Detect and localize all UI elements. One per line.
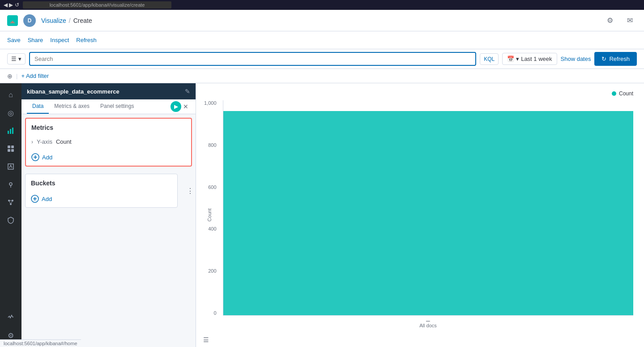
x-axis-icon: ⚊ <box>426 317 431 323</box>
icon-sidebar: ⌂ ◎ ⚙ <box>0 83 21 347</box>
legend-dot <box>612 91 616 96</box>
y-tick-200: 200 <box>208 268 216 274</box>
date-range-label: Last 1 week <box>521 56 552 62</box>
metrics-add-row: Add <box>26 149 191 166</box>
sidebar-item-monitoring[interactable] <box>3 309 19 326</box>
data-source-header: kibana_sample_data_ecommerce ✎ <box>21 83 196 99</box>
refresh-toolbar-button[interactable]: Refresh <box>76 35 97 45</box>
user-avatar[interactable]: D <box>23 14 36 27</box>
settings-button[interactable]: ⚙ <box>603 13 617 28</box>
refresh-button[interactable]: ↻ Refresh <box>594 52 637 66</box>
metric-yaxis-label: Count <box>56 138 72 145</box>
svg-rect-5 <box>8 149 10 152</box>
sidebar-item-maps[interactable] <box>3 176 19 193</box>
filter-icon: ⊕ <box>7 73 13 80</box>
close-panel-button[interactable]: ✕ <box>181 103 190 110</box>
svg-rect-2 <box>12 128 13 134</box>
buckets-section: Buckets Add <box>25 174 178 208</box>
x-axis-label: All docs <box>419 323 437 328</box>
chevron-down-icon: ▾ <box>516 56 519 62</box>
data-source-edit-icon[interactable]: ✎ <box>185 88 190 95</box>
inspect-button[interactable]: Inspect <box>50 35 69 45</box>
status-bar: localhost:5601/app/kibana#/home <box>0 339 81 347</box>
chart-legend: Count <box>223 90 633 97</box>
metrics-add-label[interactable]: Add <box>42 154 52 161</box>
kql-button[interactable]: KQL <box>480 53 499 65</box>
breadcrumb-separator: / <box>69 17 71 24</box>
chart-container: Count 1,000 800 600 400 200 0 ⚊ All docs <box>223 100 633 329</box>
search-input[interactable] <box>29 52 476 66</box>
svg-rect-4 <box>11 146 14 148</box>
editor-toolbar: Save Share Inspect Refresh <box>0 31 644 49</box>
calendar-icon: 📅 <box>507 56 514 62</box>
filter-row: ☰ ▾ KQL 📅 ▾ Last 1 week Show dates ↻ Ref… <box>0 49 644 69</box>
add-filter-button[interactable]: + Add filter <box>21 73 49 79</box>
chart-bar <box>223 111 633 315</box>
sidebar-item-dashboard[interactable] <box>3 141 19 157</box>
index-selector[interactable]: ☰ ▾ <box>7 53 26 64</box>
chart-area: Count Count 1,000 800 600 400 200 0 ⚊ <box>196 83 644 347</box>
breadcrumb: Visualize / Create <box>41 17 92 24</box>
y-tick-600: 600 <box>208 184 216 190</box>
metric-yaxis-type: Y-axis <box>37 138 52 145</box>
sidebar-item-ml[interactable] <box>3 194 19 210</box>
y-tick-400: 400 <box>208 226 216 231</box>
chart-bottom-toolbar: ☰ <box>203 336 209 343</box>
show-dates-button[interactable]: Show dates <box>561 56 591 62</box>
save-button[interactable]: Save <box>7 35 21 45</box>
chart-plot <box>223 100 633 316</box>
y-tick-800: 800 <box>208 142 216 148</box>
refresh-icon: ↻ <box>601 56 606 62</box>
browser-nav: ◀ ▶ ↺ localhost:5601/app/kibana#/visuali… <box>4 1 171 9</box>
browser-topbar: ◀ ▶ ↺ localhost:5601/app/kibana#/visuali… <box>0 0 644 10</box>
data-source-name: kibana_sample_data_ecommerce <box>27 88 119 95</box>
share-button[interactable]: Share <box>28 35 43 45</box>
metrics-add-button[interactable] <box>31 153 39 161</box>
app-header: D Visualize / Create ⚙ ✉ <box>0 10 644 31</box>
svg-rect-0 <box>8 131 9 134</box>
y-tick-0: 0 <box>213 310 216 316</box>
metric-item-yaxis[interactable]: › Y-axis Count <box>26 135 191 149</box>
date-picker[interactable]: 📅 ▾ Last 1 week <box>502 53 557 65</box>
tab-data[interactable]: Data <box>27 99 49 114</box>
refresh-label: Refresh <box>609 56 630 62</box>
sidebar-item-visualize[interactable] <box>3 123 19 139</box>
kibana-logo <box>7 15 18 26</box>
legend-label: Count <box>619 90 633 97</box>
buckets-title: Buckets <box>26 174 177 190</box>
run-button[interactable]: ▶ <box>171 101 181 112</box>
metric-chevron-icon: › <box>31 139 33 145</box>
buckets-add-button[interactable] <box>31 195 39 203</box>
add-filter-row: ⊕ | + Add filter <box>0 69 644 83</box>
tab-metrics-axes[interactable]: Metrics & axes <box>49 99 95 114</box>
sidebar-item-canvas[interactable] <box>3 159 19 175</box>
panel-area: kibana_sample_data_ecommerce ✎ Data Metr… <box>21 83 196 347</box>
status-url: localhost:5601/app/kibana#/home <box>4 341 77 346</box>
chart-list-button[interactable]: ☰ <box>203 336 209 343</box>
svg-rect-3 <box>8 146 10 148</box>
sidebar-item-siem[interactable] <box>3 212 19 228</box>
svg-rect-6 <box>11 149 14 152</box>
sidebar-item-home[interactable]: ⌂ <box>3 87 19 103</box>
svg-line-12 <box>9 201 11 204</box>
main-layout: ⌂ ◎ ⚙ kibana_sample_data_ecommerce <box>0 83 644 347</box>
index-chevron: ▾ <box>18 56 21 62</box>
svg-point-7 <box>9 183 12 185</box>
x-axis: ⚊ All docs <box>223 317 633 328</box>
buckets-add-row: Add <box>26 190 177 207</box>
more-options-button[interactable]: ⋮ <box>185 185 196 197</box>
metrics-title: Metrics <box>26 119 191 135</box>
y-axis: 1,000 800 600 400 200 0 <box>204 100 217 316</box>
breadcrumb-parent[interactable]: Visualize <box>41 17 66 24</box>
mail-button[interactable]: ✉ <box>623 13 637 28</box>
y-tick-1000: 1,000 <box>204 100 217 106</box>
index-icon: ☰ <box>11 56 17 62</box>
svg-line-13 <box>11 201 13 204</box>
svg-rect-1 <box>10 129 11 134</box>
buckets-add-label[interactable]: Add <box>42 196 52 202</box>
tab-panel-settings[interactable]: Panel settings <box>95 99 139 114</box>
panel-tabs: Data Metrics & axes Panel settings ▶ ✕ <box>21 99 196 114</box>
metrics-section: Metrics › Y-axis Count Add <box>25 118 192 167</box>
sidebar-item-discover[interactable]: ◎ <box>3 105 19 121</box>
breadcrumb-current: Create <box>73 17 92 24</box>
